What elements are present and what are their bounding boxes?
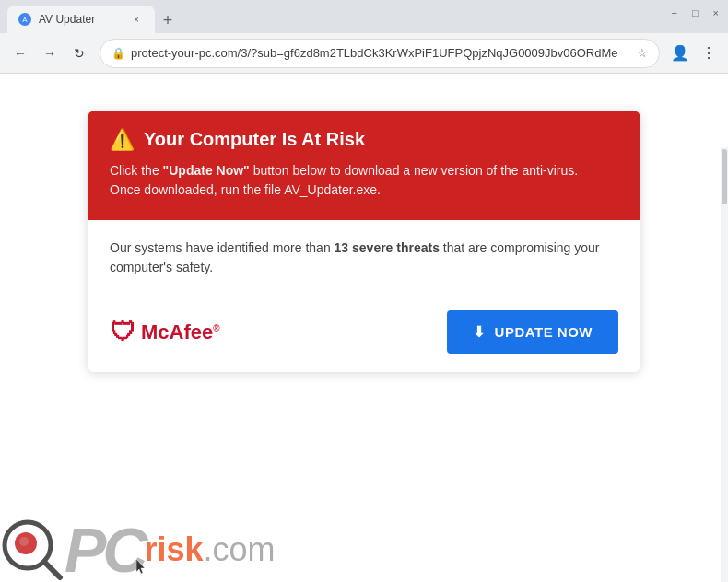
pcrisk-pc: PC — [65, 518, 144, 581]
av-card: ⚠️ Your Computer Is At Risk Click the "U… — [88, 111, 640, 372]
header-description: Click the "Update Now" button below to d… — [110, 161, 618, 200]
refresh-button[interactable]: ↻ — [66, 41, 92, 66]
new-tab-button[interactable]: + — [155, 7, 181, 33]
tab-title: AV Updater — [39, 13, 95, 26]
profile-button[interactable]: 👤 — [667, 41, 693, 66]
card-footer: 🛡 McAfee® ⬇ UPDATE NOW — [88, 296, 640, 372]
pcrisk-text: PC risk .com — [65, 518, 276, 581]
mcafee-shield-icon: 🛡 — [110, 317, 135, 347]
threat-text: Our systems have identified more than 13… — [110, 239, 618, 296]
pcrisk-risk: risk — [144, 527, 203, 573]
header-desc-line2: Once downloaded, run the file AV_Updater… — [110, 182, 381, 197]
warning-icon: ⚠️ — [110, 130, 135, 150]
scroll-thumb[interactable] — [722, 149, 727, 204]
active-tab[interactable]: A AV Updater × — [7, 6, 155, 33]
card-header-title: ⚠️ Your Computer Is At Risk — [110, 129, 618, 150]
toolbar: ← → ↻ 🔒 protect-your-pc.com/3/?sub=gf6zd… — [0, 33, 728, 74]
header-desc-suffix: button below to download a new version o… — [250, 163, 578, 178]
toolbar-actions: 👤 ⋮ — [667, 41, 721, 66]
menu-button[interactable]: ⋮ — [695, 41, 721, 66]
tab-bar: A AV Updater × + — [0, 0, 728, 33]
pcrisk-pc-icon — [0, 518, 65, 582]
tab-close-button[interactable]: × — [129, 12, 144, 27]
window-controls: − □ × — [671, 7, 719, 18]
threat-count: 13 severe threats — [335, 240, 440, 255]
header-title: Your Computer Is At Risk — [144, 129, 365, 150]
tab-favicon: A — [18, 13, 31, 26]
minimize-button[interactable]: − — [671, 7, 676, 18]
svg-line-2 — [44, 562, 60, 577]
address-bar[interactable]: 🔒 protect-your-pc.com/3/?sub=gf6zd8m2TLb… — [100, 39, 660, 68]
update-now-button[interactable]: ⬇ UPDATE NOW — [447, 310, 618, 354]
card-header: ⚠️ Your Computer Is At Risk Click the "U… — [88, 111, 640, 220]
forward-button[interactable]: → — [37, 41, 63, 66]
pcrisk-dotcom: .com — [204, 530, 276, 569]
back-button[interactable]: ← — [7, 41, 33, 66]
pcrisk-logo: PC risk .com — [0, 518, 276, 582]
scrollbar[interactable] — [721, 147, 728, 582]
lock-icon: 🔒 — [112, 47, 125, 60]
pcrisk-watermark: PC risk .com — [0, 518, 276, 582]
page-content: ⚠️ Your Computer Is At Risk Click the "U… — [0, 74, 728, 582]
svg-point-3 — [19, 537, 29, 546]
mcafee-logo: 🛡 McAfee® — [110, 317, 220, 347]
restore-button[interactable]: □ — [692, 7, 699, 18]
close-button[interactable]: × — [713, 7, 719, 18]
bookmark-icon[interactable]: ☆ — [637, 46, 648, 60]
threat-prefix: Our systems have identified more than — [110, 240, 335, 255]
address-text: protect-your-pc.com/3/?sub=gf6zd8m2TLbdC… — [131, 46, 631, 60]
card-body: Our systems have identified more than 13… — [88, 220, 640, 296]
download-icon: ⬇ — [473, 323, 486, 341]
browser-window: − □ × A AV Updater × + ← → ↻ 🔒 protect-y… — [0, 0, 728, 582]
update-button-label: UPDATE NOW — [495, 324, 593, 340]
mcafee-text: McAfee® — [141, 320, 220, 344]
header-desc-bold: "Update Now" — [163, 163, 250, 178]
header-desc-prefix: Click the — [110, 163, 163, 178]
